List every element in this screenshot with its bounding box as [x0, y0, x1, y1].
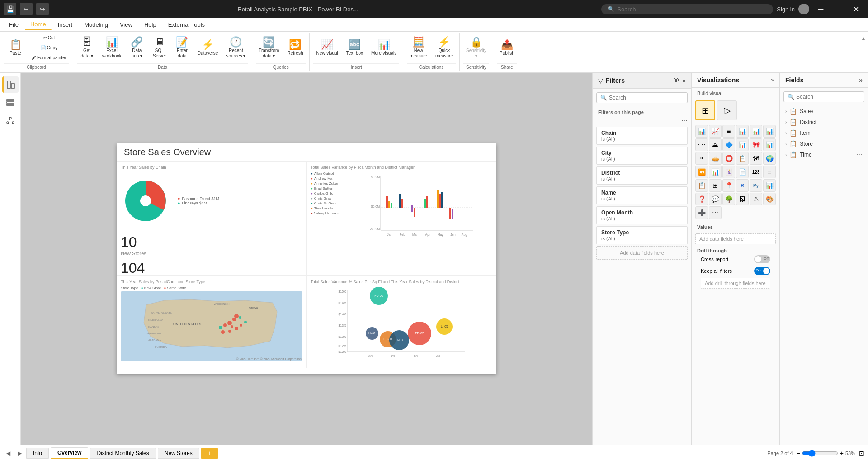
viz-q-and-a[interactable]: ❓ [695, 193, 708, 205]
sql-server-button[interactable]: 🖥 SQLServer [150, 35, 170, 61]
page-tab-district-monthly[interactable]: District Monthly Sales [90, 448, 156, 459]
fields-expand-icon[interactable]: » [859, 76, 863, 84]
viz-paginated-report[interactable]: ⚠ [750, 193, 762, 205]
viz-panel-expand[interactable]: » [771, 77, 774, 83]
field-sales[interactable]: › 📋 Sales [780, 106, 868, 117]
viz-azure-map[interactable]: 📍 [722, 179, 735, 192]
viz-stacked-col[interactable]: 📊 [736, 125, 749, 138]
zoom-out-button[interactable]: − [797, 450, 800, 457]
keep-filters-toggle[interactable]: On [754, 267, 770, 275]
page-tab-new-stores[interactable]: New Stores [158, 448, 199, 459]
field-item[interactable]: › 📋 Item [780, 128, 868, 138]
page-tab-overview[interactable]: Overview [51, 447, 88, 459]
viz-clustered-col[interactable]: 📊 [750, 125, 762, 138]
transform-data-button[interactable]: 🔄 Transformdata ▾ [256, 35, 282, 61]
global-search-input[interactable] [617, 6, 753, 13]
field-time[interactable]: › 📋 Time ⋯ [780, 149, 868, 160]
viz-matrix[interactable]: ⊞ [709, 179, 722, 192]
menu-help[interactable]: Help [139, 19, 162, 30]
ribbon-collapse-button[interactable]: ▲ [859, 33, 868, 71]
fields-search-box[interactable]: 🔍 [783, 91, 864, 102]
bubble-chart-quadrant[interactable]: Total Sales Variance % Sales Per Sq Ft a… [307, 276, 496, 368]
viz-map[interactable]: 🗺 [750, 152, 762, 165]
filters-eye-icon[interactable]: 👁 [672, 76, 679, 85]
viz-slicer-icon[interactable]: ≡ [763, 166, 776, 178]
filters-search-input[interactable] [609, 95, 684, 101]
field-district[interactable]: › 📋 District [780, 117, 868, 128]
viz-scatter[interactable]: ⚬ [695, 152, 708, 165]
viz-decomp-tree[interactable]: 🌳 [722, 193, 735, 205]
close-button[interactable]: ✕ [848, 3, 864, 15]
menu-file[interactable]: File [4, 19, 24, 30]
field-store[interactable]: › 📋 Store [780, 138, 868, 149]
filter-store-type[interactable]: Store Type is (All) [596, 226, 688, 244]
drill-through-drop-area[interactable]: Add drill-through fields here [701, 278, 770, 289]
viz-100-bar[interactable]: ≡ [722, 125, 735, 138]
field-time-more[interactable]: ⋯ [856, 151, 863, 158]
viz-line[interactable]: 〰 [695, 138, 708, 151]
pie-chart-quadrant[interactable]: This Year Sales by Chain ● Fashions Dire [117, 161, 307, 276]
viz-r-visual[interactable]: R [736, 179, 749, 192]
sensitivity-button[interactable]: 🔒 Sensitivity▾ [463, 35, 489, 61]
cross-report-toggle[interactable]: Off [754, 255, 770, 263]
viz-stacked-area[interactable]: 🔷 [722, 138, 735, 151]
fit-page-button[interactable]: ⊡ [859, 450, 864, 457]
viz-filled-map[interactable]: 🌍 [763, 152, 776, 165]
viz-power-apps[interactable]: 🎨 [763, 193, 776, 205]
filters-search-box[interactable]: 🔍 [596, 92, 688, 103]
zoom-slider[interactable] [802, 450, 838, 457]
text-box-button[interactable]: 🔤 Text box [344, 38, 366, 58]
page-tab-info[interactable]: Info [26, 448, 49, 459]
viz-python-visual[interactable]: Py [750, 179, 762, 192]
quick-measure-button[interactable]: ⚡ Quickmeasure [433, 35, 456, 61]
viz-custom1[interactable]: 📊 [763, 179, 776, 192]
viz-type-slicer[interactable]: ▷ [717, 100, 737, 120]
viz-type-table[interactable]: ⊞ [695, 100, 715, 120]
viz-ribbon[interactable]: 🎀 [750, 138, 762, 151]
dataverse-button[interactable]: ⚡ Dataverse [195, 38, 221, 58]
excel-workbook-button[interactable]: 📊 Excelworkbook [99, 35, 124, 61]
format-painter-button[interactable]: 🖌 Format painter [29, 53, 69, 62]
more-visuals-button[interactable]: 📊 More visuals [368, 38, 399, 58]
next-page-button[interactable]: ▶ [15, 449, 24, 457]
viz-multi-row-card[interactable]: 📄 [736, 166, 749, 178]
viz-100-col[interactable]: 📊 [763, 125, 776, 138]
zoom-in-button[interactable]: + [840, 450, 844, 457]
viz-table[interactable]: 📋 [695, 179, 708, 192]
global-search-bar[interactable]: 🔍 [601, 4, 773, 14]
viz-donut[interactable]: ⭕ [722, 152, 735, 165]
new-measure-button[interactable]: 🧮 Newmeasure [407, 35, 430, 61]
viz-treemap[interactable]: 📋 [736, 152, 749, 165]
recent-sources-button[interactable]: 🕐 Recentsources ▾ [223, 35, 248, 61]
canvas-container[interactable]: Store Sales Overview This Year Sales by … [21, 73, 592, 445]
copy-button[interactable]: 📄 Copy [29, 43, 69, 52]
fields-search-input[interactable] [796, 94, 864, 100]
enter-data-button[interactable]: 📝 Enterdata [172, 35, 192, 61]
bar-chart-quadrant[interactable]: Total Sales Variance by FiscalMonth and … [307, 161, 496, 276]
viz-smart-narrative[interactable]: 💬 [709, 193, 722, 205]
paste-button[interactable]: 📋 Paste [4, 38, 27, 58]
filter-name[interactable]: Name is (All) [596, 186, 688, 204]
viz-line-col[interactable]: 📊 [736, 138, 749, 151]
filter-district[interactable]: District is (All) [596, 166, 688, 185]
viz-card[interactable]: 🃏 [722, 166, 735, 178]
data-hub-button[interactable]: 🔗 Datahub ▾ [127, 35, 147, 61]
sidebar-item-model[interactable] [2, 113, 19, 129]
minimize-button[interactable]: ─ [813, 3, 829, 15]
publish-button[interactable]: 📤 Publish [497, 38, 517, 58]
menu-external-tools[interactable]: External Tools [163, 19, 210, 30]
menu-home[interactable]: Home [25, 19, 52, 30]
filter-more-options[interactable]: ⋯ [681, 117, 688, 124]
filters-add-data[interactable]: Add data fields here [596, 246, 688, 260]
new-visual-button[interactable]: 📈 New visual [313, 38, 340, 58]
values-drop-area[interactable]: Add data fields here [695, 233, 776, 244]
viz-stacked-bar[interactable]: 📊 [695, 125, 708, 138]
refresh-button[interactable]: 🔁 Refresh [284, 38, 306, 58]
cut-button[interactable]: ✂ Cut [29, 33, 69, 43]
user-avatar[interactable] [798, 4, 809, 14]
viz-waterfall[interactable]: 📊 [763, 138, 776, 151]
menu-modeling[interactable]: Modeling [79, 19, 113, 30]
menu-insert[interactable]: Insert [52, 19, 78, 30]
filter-open-month[interactable]: Open Month is (All) [596, 206, 688, 224]
viz-clustered-bar[interactable]: 📈 [709, 125, 722, 138]
